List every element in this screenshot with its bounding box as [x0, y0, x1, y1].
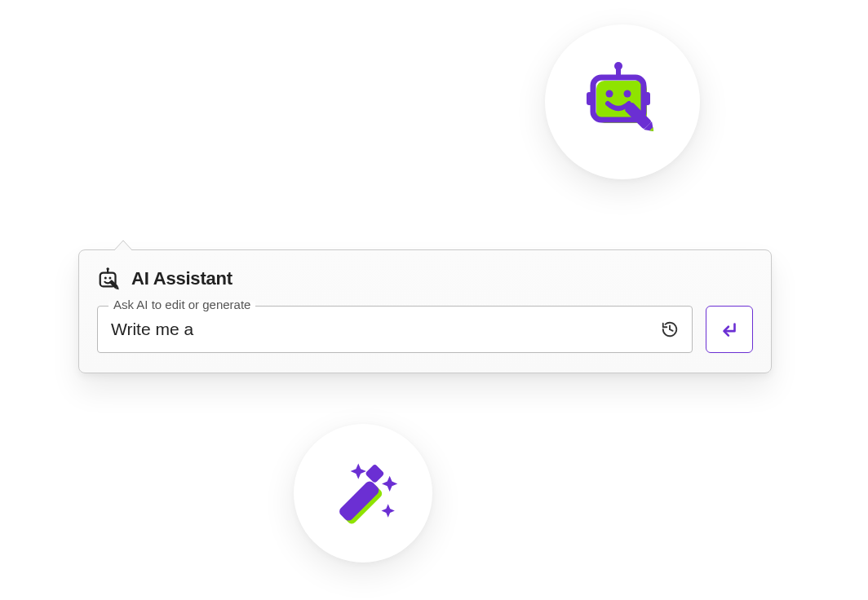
svg-point-18 [104, 277, 107, 280]
enter-icon [719, 319, 740, 340]
history-button[interactable] [659, 319, 680, 340]
svg-point-19 [108, 277, 111, 280]
ai-assistant-panel: AI Assistant Ask AI to edit or generate [78, 249, 772, 373]
panel-caret [114, 240, 132, 250]
svg-point-7 [624, 90, 631, 98]
magic-wand-icon [324, 452, 402, 534]
prompt-field: Ask AI to edit or generate [97, 306, 693, 353]
panel-header: AI Assistant [97, 267, 753, 291]
svg-rect-20 [108, 280, 117, 289]
ai-assistant-header-icon [97, 267, 122, 291]
ai-robot-icon [582, 60, 663, 144]
svg-rect-4 [587, 92, 593, 105]
magic-wand-badge [294, 424, 432, 562]
svg-point-3 [614, 62, 622, 70]
input-row: Ask AI to edit or generate [97, 306, 753, 353]
svg-marker-14 [114, 240, 132, 250]
svg-point-6 [606, 90, 613, 98]
svg-line-23 [670, 329, 673, 331]
svg-point-17 [106, 267, 108, 270]
submit-button[interactable] [706, 306, 753, 353]
svg-rect-13 [365, 464, 384, 483]
svg-rect-5 [644, 92, 650, 105]
panel-title: AI Assistant [131, 268, 232, 289]
prompt-field-label: Ask AI to edit or generate [108, 298, 255, 311]
prompt-input[interactable] [109, 319, 653, 340]
ai-robot-badge [545, 24, 700, 179]
